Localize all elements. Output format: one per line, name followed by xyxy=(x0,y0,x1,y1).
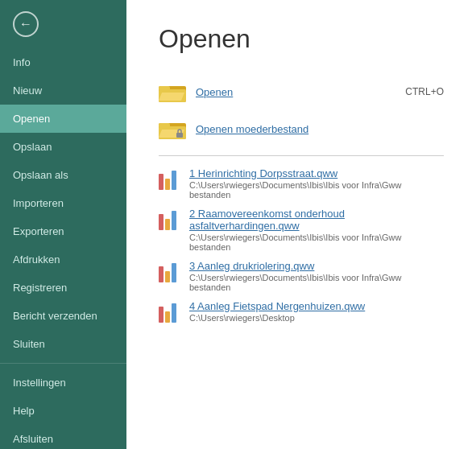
recent-filename-3: 3 Aanleg drukriolering.qww xyxy=(189,260,444,272)
file-icon-2 xyxy=(159,209,181,230)
recent-files-list: 1 Herinrichting Dorpsstraat.qwwC:\Users\… xyxy=(159,167,444,323)
svg-rect-6 xyxy=(159,123,170,128)
recent-file-2[interactable]: 2 Raamovereenkomst onderhoud asfaltverha… xyxy=(159,208,444,252)
open-label: Openen xyxy=(196,86,405,98)
file-icon-3 xyxy=(159,262,181,282)
recent-filename-2: 2 Raamovereenkomst onderhoud asfaltverha… xyxy=(189,208,444,232)
folder-open-icon xyxy=(159,80,188,104)
sidebar-item-opslaan[interactable]: Opslaan xyxy=(0,133,126,161)
recent-file-info-2: 2 Raamovereenkomst onderhoud asfaltverha… xyxy=(189,208,444,252)
sidebar: ← InfoNieuwOpenenOpslaanOpslaan alsImpor… xyxy=(0,0,126,449)
sidebar-item-afdrukken[interactable]: Afdrukken xyxy=(0,245,126,274)
sidebar-divider xyxy=(0,363,126,364)
open-moeder-button[interactable]: Openen moederbestand xyxy=(159,110,444,147)
recent-path-3: C:\Users\rwiegers\Documents\Ibis\Ibis vo… xyxy=(189,273,444,292)
back-button[interactable]: ← xyxy=(0,0,126,48)
sidebar-item-opslaan-als[interactable]: Opslaan als xyxy=(0,161,126,189)
open-moeder-label: Openen moederbestand xyxy=(196,123,444,135)
sidebar-item-instellingen[interactable]: Instellingen xyxy=(0,369,126,397)
file-icon-1 xyxy=(159,169,181,190)
recent-path-4: C:\Users\rwiegers\Desktop xyxy=(189,313,365,323)
sidebar-item-help[interactable]: Help xyxy=(0,397,126,425)
divider xyxy=(159,155,444,156)
open-button[interactable]: Openen CTRL+O xyxy=(159,73,444,110)
sidebar-item-bericht-verzenden[interactable]: Bericht verzenden xyxy=(0,302,126,330)
sidebar-item-info[interactable]: Info xyxy=(0,48,126,76)
recent-filename-4: 4 Aanleg Fietspad Nergenhuizen.qww xyxy=(189,300,365,312)
open-shortcut: CTRL+O xyxy=(405,86,444,97)
file-icon-4 xyxy=(159,302,181,323)
recent-file-1[interactable]: 1 Herinrichting Dorpsstraat.qwwC:\Users\… xyxy=(159,167,444,200)
page-title: Openen xyxy=(159,24,444,54)
sidebar-item-importeren[interactable]: Importeren xyxy=(0,189,126,217)
recent-file-info-3: 3 Aanleg drukriolering.qwwC:\Users\rwieg… xyxy=(189,260,444,292)
sidebar-item-sluiten[interactable]: Sluiten xyxy=(0,330,126,358)
svg-marker-3 xyxy=(159,93,184,101)
svg-rect-2 xyxy=(159,86,170,91)
sidebar-item-openen[interactable]: Openen xyxy=(0,105,126,133)
recent-file-info-1: 1 Herinrichting Dorpsstraat.qwwC:\Users\… xyxy=(189,167,444,200)
sidebar-item-nieuw[interactable]: Nieuw xyxy=(0,76,126,105)
recent-filename-1: 1 Herinrichting Dorpsstraat.qww xyxy=(189,167,444,179)
recent-file-4[interactable]: 4 Aanleg Fietspad Nergenhuizen.qwwC:\Use… xyxy=(159,300,444,323)
recent-path-1: C:\Users\rwiegers\Documents\Ibis\Ibis vo… xyxy=(189,180,444,200)
sidebar-item-afsluiten[interactable]: Afsluiten xyxy=(0,425,126,449)
open-actions: Openen CTRL+O Openen moederbestand xyxy=(159,73,444,147)
main-content: Openen Openen CTRL+O xyxy=(126,0,476,449)
sidebar-nav: InfoNieuwOpenenOpslaanOpslaan alsImporte… xyxy=(0,48,126,449)
back-icon[interactable]: ← xyxy=(13,11,39,37)
svg-rect-8 xyxy=(176,133,183,138)
recent-file-3[interactable]: 3 Aanleg drukriolering.qwwC:\Users\rwieg… xyxy=(159,260,444,292)
sidebar-item-registreren[interactable]: Registreren xyxy=(0,274,126,302)
recent-file-info-4: 4 Aanleg Fietspad Nergenhuizen.qwwC:\Use… xyxy=(189,300,365,323)
sidebar-item-exporteren[interactable]: Exporteren xyxy=(0,217,126,245)
recent-path-2: C:\Users\rwiegers\Documents\Ibis\Ibis vo… xyxy=(189,233,444,252)
folder-lock-icon xyxy=(159,117,188,141)
